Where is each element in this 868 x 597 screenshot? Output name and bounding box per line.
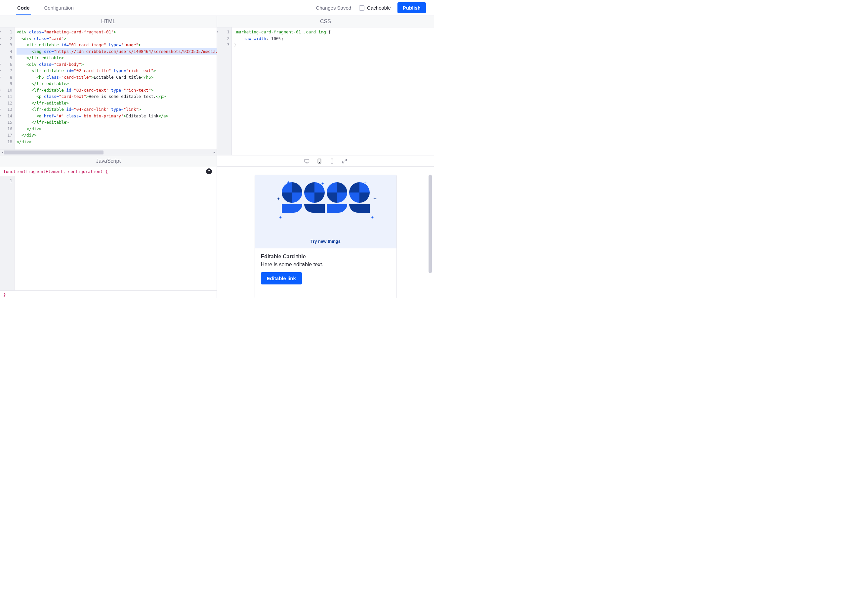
svg-point-4 [332, 162, 332, 163]
checkbox-icon[interactable] [359, 5, 364, 10]
preview-card-title: Editable Card title [261, 254, 390, 260]
editor-grid: HTML 123456789101112131415161718 <div cl… [0, 16, 434, 298]
tablet-icon[interactable] [317, 159, 322, 164]
preview-slogan: Try new things [255, 239, 396, 244]
html-editor-pane: HTML 123456789101112131415161718 <div cl… [0, 16, 217, 155]
sparkle-icon [287, 180, 290, 183]
topbar: Code Configuration Changes Saved Cacheab… [0, 0, 434, 16]
js-function-footer: } [0, 290, 217, 298]
js-code[interactable] [15, 176, 217, 290]
desktop-icon[interactable] [304, 159, 310, 164]
css-code[interactable]: .marketing-card-fragment-01 .card img { … [232, 27, 434, 155]
preview-card: Try new things Editable Card title Here … [255, 175, 397, 298]
js-gutter: 1 [0, 176, 15, 290]
tab-code[interactable]: Code [16, 1, 31, 15]
sparkle-icon [279, 215, 282, 218]
help-icon[interactable]: ? [206, 168, 212, 174]
mobile-icon[interactable] [329, 159, 335, 164]
html-code[interactable]: <div class="marketing-card-fragment-01">… [15, 27, 217, 150]
sparkle-icon [364, 180, 367, 184]
css-editor-pane: CSS 123 .marketing-card-fragment-01 .car… [217, 16, 434, 155]
preview-viewport: Try new things Editable Card title Here … [217, 167, 434, 298]
cacheable-toggle[interactable]: Cacheable [359, 5, 391, 10]
html-editor[interactable]: 123456789101112131415161718 <div class="… [0, 27, 217, 150]
sparkle-icon [371, 215, 374, 218]
html-gutter: 123456789101112131415161718 [0, 27, 15, 150]
logo-2020 [282, 182, 370, 213]
js-editor[interactable]: 1 [0, 176, 217, 290]
sparkle-icon [373, 196, 377, 199]
tabs: Code Configuration [16, 1, 75, 15]
cacheable-label: Cacheable [367, 5, 391, 10]
device-bar [217, 156, 434, 167]
sparkle-icon [277, 196, 280, 199]
preview-pane: Try new things Editable Card title Here … [217, 156, 434, 298]
sparkle-icon [321, 181, 324, 184]
expand-icon[interactable] [342, 159, 347, 164]
scroll-right-icon[interactable]: ▸ [212, 150, 217, 155]
scroll-thumb[interactable] [429, 175, 432, 273]
tab-configuration[interactable]: Configuration [43, 1, 75, 15]
preview-card-text: Here is some editable text. [261, 261, 390, 267]
preview-card-link[interactable]: Editable link [261, 272, 302, 284]
css-gutter: 123 [217, 27, 232, 155]
pane-header-html: HTML [0, 16, 217, 27]
html-h-scrollbar[interactable]: ◂ ▸ [0, 150, 217, 155]
js-function-header: function(fragmentElement, configuration)… [0, 167, 217, 176]
preview-v-scrollbar[interactable] [429, 175, 432, 290]
preview-card-image: Try new things [255, 175, 396, 248]
svg-point-2 [319, 162, 319, 163]
js-editor-pane: JavaScript function(fragmentElement, con… [0, 156, 217, 298]
save-status: Changes Saved [316, 5, 351, 10]
pane-header-css: CSS [217, 16, 434, 27]
svg-rect-0 [304, 159, 309, 162]
css-editor[interactable]: 123 .marketing-card-fragment-01 .card im… [217, 27, 434, 155]
publish-button[interactable]: Publish [398, 2, 426, 13]
pane-header-js: JavaScript [0, 156, 217, 167]
scroll-thumb[interactable] [4, 150, 104, 154]
